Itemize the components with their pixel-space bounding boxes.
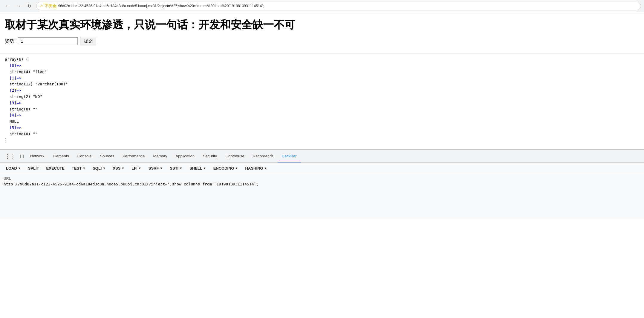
url-text: 96d02a11-c122-4526-91a4-cd6a184d3c8a.nod… xyxy=(58,4,264,8)
hackbar-btn-execute[interactable]: EXECUTE xyxy=(43,165,68,172)
hackbar-btn-test[interactable]: TEST ▼ xyxy=(69,165,88,172)
devtools-tab-application[interactable]: Application xyxy=(172,150,199,163)
output-line: [4]=> xyxy=(5,112,639,119)
dropdown-arrow-icon: ▼ xyxy=(138,167,141,170)
hackbar-btn-ssrf[interactable]: SSRF ▼ xyxy=(146,165,166,172)
output-line: string(2) "NO" xyxy=(5,94,639,100)
dropdown-arrow-icon: ▼ xyxy=(179,167,182,170)
devtools-tab-sources[interactable]: Sources xyxy=(96,150,118,163)
hackbar-btn-lfi[interactable]: LFI ▼ xyxy=(129,165,144,172)
dropdown-arrow-icon: ▼ xyxy=(18,167,21,170)
dropdown-arrow-icon: ▼ xyxy=(82,167,85,170)
hackbar-toolbar: LOAD ▼SPLITEXECUTETEST ▼SQLI ▼XSS ▼LFI ▼… xyxy=(0,163,644,174)
hackbar-url-value: http://96d02a11-c122-4526-91a4-cd6a184d3… xyxy=(4,182,640,186)
devtools-tab-elements[interactable]: Elements xyxy=(49,150,73,163)
hackbar-btn-label-ssti: SSTI xyxy=(170,166,178,170)
browser-chrome: ← → ↻ ⚠ 不安全 96d02a11-c122-4526-91a4-cd6a… xyxy=(0,0,644,12)
address-bar[interactable]: ⚠ 不安全 96d02a11-c122-4526-91a4-cd6a184d3c… xyxy=(36,2,641,10)
hackbar-btn-label-sqli: SQLI xyxy=(93,166,102,170)
dropdown-arrow-icon: ▼ xyxy=(103,167,105,170)
back-button[interactable]: ← xyxy=(3,3,11,9)
hackbar-btn-label-encoding: ENCODING xyxy=(213,166,234,170)
hackbar-btn-load[interactable]: LOAD ▼ xyxy=(3,165,24,172)
output-line: [3]=> xyxy=(5,100,639,106)
inject-input[interactable] xyxy=(18,37,78,45)
output-line: string(4) "flag" xyxy=(5,69,639,75)
hackbar-btn-label-hashing: HASHING xyxy=(245,166,263,170)
output-line: [1]=> xyxy=(5,75,639,82)
devtools-tab-recorder-⚗[interactable]: Recorder ⚗ xyxy=(249,150,278,163)
output-area: array(6) { [0]=> string(4) "flag" [1]=> … xyxy=(0,53,644,150)
devtools-panel: ⋮⋮ □ NetworkElementsConsoleSourcesPerfor… xyxy=(0,150,644,219)
output-line: string(0) "" xyxy=(5,131,639,137)
page-content: 取材于某次真实环境渗透，只说一句话：开发和安全缺一不可 姿势: 提交 xyxy=(0,12,644,53)
hackbar-btn-sqli[interactable]: SQLI ▼ xyxy=(90,165,108,172)
hackbar-btn-split[interactable]: SPLIT xyxy=(25,165,42,172)
hackbar-btn-label-load: LOAD xyxy=(6,166,17,170)
output-line: string(0) "" xyxy=(5,106,639,113)
hackbar-btn-label-xss: XSS xyxy=(113,166,120,170)
output-line: [2]=> xyxy=(5,87,639,94)
dropdown-arrow-icon: ▼ xyxy=(235,167,238,170)
hackbar-url-label: URL xyxy=(4,176,640,181)
hackbar-btn-ssti[interactable]: SSTI ▼ xyxy=(167,165,185,172)
hackbar-btn-hashing[interactable]: HASHING ▼ xyxy=(242,165,270,172)
output-line: string(12) "varchar(100)" xyxy=(5,81,639,87)
hackbar-btn-label-lfi: LFI xyxy=(131,166,137,170)
hackbar-btn-encoding[interactable]: ENCODING ▼ xyxy=(210,165,241,172)
form-label: 姿势: xyxy=(5,38,16,44)
devtools-icon-device[interactable]: □ xyxy=(18,153,26,159)
submit-button[interactable]: 提交 xyxy=(80,37,96,45)
page-title: 取材于某次真实环境渗透，只说一句话：开发和安全缺一不可 xyxy=(5,18,639,31)
forward-button[interactable]: → xyxy=(14,3,23,9)
devtools-tab-lighthouse[interactable]: Lighthouse xyxy=(221,150,249,163)
reload-button[interactable]: ↻ xyxy=(26,3,33,10)
devtools-icon-grid[interactable]: ⋮⋮ xyxy=(2,153,18,160)
hackbar-content: URL http://96d02a11-c122-4526-91a4-cd6a1… xyxy=(0,174,644,189)
dropdown-arrow-icon: ▼ xyxy=(121,167,124,170)
devtools-tab-performance[interactable]: Performance xyxy=(118,150,149,163)
hackbar-btn-xss[interactable]: XSS ▼ xyxy=(110,165,127,172)
devtools-tab-hackbar[interactable]: HackBar xyxy=(278,150,301,163)
hackbar-btn-shell[interactable]: SHELL ▼ xyxy=(186,165,209,172)
hackbar-btn-label-ssrf: SSRF xyxy=(149,166,159,170)
dropdown-arrow-icon: ▼ xyxy=(160,167,163,170)
form-row: 姿势: 提交 xyxy=(5,37,639,45)
output-line: } xyxy=(5,137,639,144)
security-warning-icon: ⚠ 不安全 xyxy=(40,3,56,9)
hackbar-btn-label-shell: SHELL xyxy=(189,166,202,170)
devtools-tab-console[interactable]: Console xyxy=(73,150,96,163)
devtools-tabs-container: NetworkElementsConsoleSourcesPerformance… xyxy=(26,150,301,163)
output-line: NULL xyxy=(5,119,639,125)
dropdown-arrow-icon: ▼ xyxy=(264,167,267,170)
dropdown-arrow-icon: ▼ xyxy=(203,167,206,170)
output-line: [0]=> xyxy=(5,63,639,69)
devtools-tab-security[interactable]: Security xyxy=(199,150,221,163)
output-line: [5]=> xyxy=(5,125,639,131)
devtools-tab-memory[interactable]: Memory xyxy=(149,150,172,163)
devtools-tab-network[interactable]: Network xyxy=(26,150,49,163)
hackbar-btn-label-test: TEST xyxy=(72,166,82,170)
output-line: array(6) { xyxy=(5,56,639,63)
devtools-tabs-bar: ⋮⋮ □ NetworkElementsConsoleSourcesPerfor… xyxy=(0,150,644,163)
